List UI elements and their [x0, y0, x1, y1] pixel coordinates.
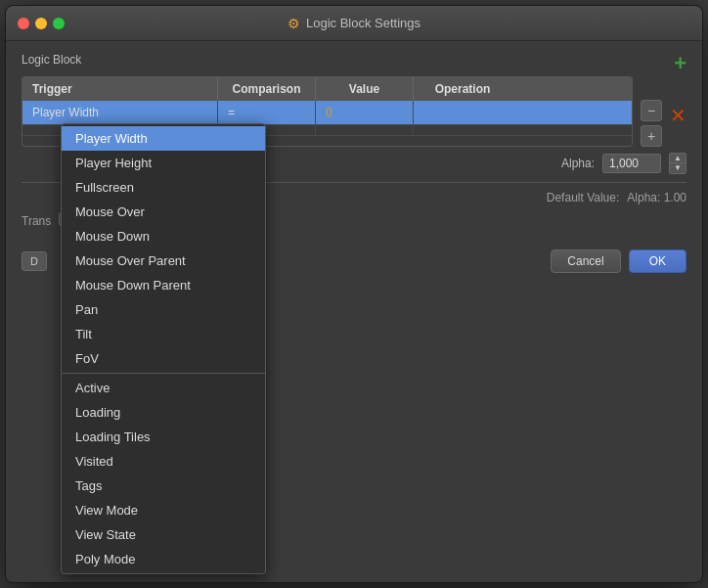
maximize-button[interactable]	[53, 18, 65, 29]
cancel-button[interactable]: Cancel	[551, 249, 620, 273]
dropdown-item[interactable]: View Mode	[62, 498, 265, 522]
col-comparison: Comparison	[218, 77, 316, 101]
window-title: Logic Block Settings	[306, 16, 420, 30]
dropdown-item[interactable]: Active	[62, 376, 265, 400]
dropdown-item[interactable]: FoV	[62, 346, 265, 371]
minimize-button[interactable]	[35, 18, 47, 29]
col-trigger: Trigger	[22, 77, 218, 101]
dropdown-item[interactable]: Player Width	[62, 126, 265, 151]
dropdown-item[interactable]: Mouse Over	[62, 200, 265, 224]
main-window: ⚙ Logic Block Settings Logic Block + Tri…	[5, 5, 703, 583]
cell-operation-0	[414, 101, 511, 124]
window-controls	[18, 18, 65, 29]
dropdown-item[interactable]: Loading	[62, 400, 265, 425]
cell-comparison-0: =	[218, 101, 316, 124]
drive-button[interactable]: D	[22, 251, 47, 271]
dropdown-item[interactable]: Mouse Down	[62, 224, 265, 249]
cell-operation-1	[414, 125, 511, 135]
dropdown-item[interactable]: Mouse Down Parent	[62, 273, 265, 297]
dropdown-item[interactable]: Mouse Over Parent	[62, 249, 265, 273]
alpha-input[interactable]	[602, 154, 661, 173]
alpha-label: Alpha:	[561, 157, 595, 170]
action-buttons: Cancel OK	[551, 249, 686, 273]
col-value: Value	[316, 77, 414, 101]
minus-button[interactable]: −	[641, 100, 662, 121]
dropdown-item[interactable]: Loading Tiles	[62, 425, 265, 449]
dropdown-item[interactable]: Tilt	[62, 322, 265, 346]
dropdown-item[interactable]: Tags	[62, 474, 265, 498]
cell-value-0: 0	[316, 101, 414, 124]
window-content: Logic Block + Trigger Comparison Value O…	[6, 41, 702, 582]
dropdown-item[interactable]: Player Height	[62, 151, 265, 175]
title-icon: ⚙	[288, 16, 300, 31]
delete-button[interactable]: ✕	[670, 104, 686, 127]
alpha-stepper: ▲ ▼	[669, 153, 686, 174]
default-value-label: Default Value:	[547, 191, 620, 204]
close-button[interactable]	[18, 18, 29, 29]
dropdown-item[interactable]: Fullscreen	[62, 175, 265, 200]
cell-value-1	[316, 125, 414, 135]
dropdown-item[interactable]: Pan	[62, 297, 265, 322]
plus-button[interactable]: +	[641, 125, 662, 147]
table-row[interactable]: Player Width = 0	[22, 101, 632, 125]
side-controls: − +	[641, 100, 662, 147]
section-label: Logic Block	[22, 53, 686, 67]
table-header: Trigger Comparison Value Operation	[22, 77, 632, 101]
table-area: Trigger Comparison Value Operation Playe…	[22, 76, 686, 570]
window-title-area: ⚙ Logic Block Settings	[288, 16, 420, 31]
col-operation: Operation	[414, 77, 511, 101]
dropdown-item[interactable]: Visited	[62, 449, 265, 474]
stepper-up[interactable]: ▲	[670, 154, 686, 163]
stepper-down[interactable]: ▼	[670, 163, 686, 173]
dropdown-separator	[62, 373, 265, 374]
add-button[interactable]: +	[674, 53, 686, 74]
dropdown-item[interactable]: View State	[62, 522, 265, 547]
titlebar: ⚙ Logic Block Settings	[6, 6, 702, 41]
transition-label: Trans	[22, 212, 51, 228]
cell-trigger-0: Player Width	[22, 101, 218, 124]
ok-button[interactable]: OK	[629, 249, 686, 273]
trigger-dropdown[interactable]: Player WidthPlayer HeightFullscreenMouse…	[61, 123, 266, 574]
dropdown-item[interactable]: Poly Mode	[62, 547, 265, 571]
default-value-text: Alpha: 1.00	[627, 191, 686, 204]
